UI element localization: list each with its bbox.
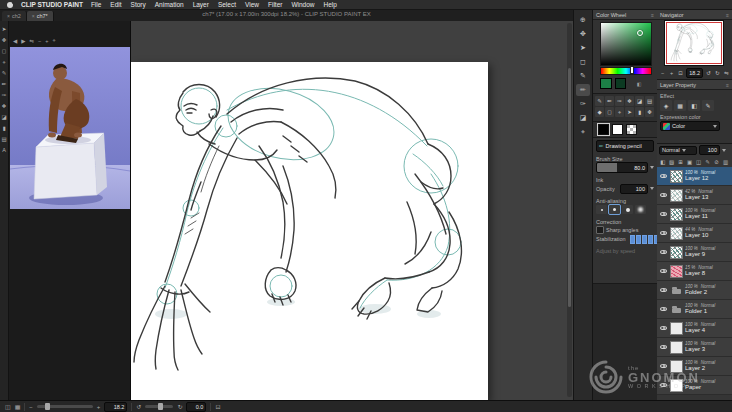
pen-tool-icon[interactable]: ✎ (0, 68, 8, 78)
layer-row[interactable]: 15 % Normal Layer 8 (657, 262, 732, 281)
rotate-left-icon[interactable]: ↺ (705, 70, 712, 76)
auto-select-tool-icon[interactable]: ⌖ (0, 57, 8, 67)
visibility-eye-icon[interactable] (659, 307, 668, 311)
lock-layer-icon[interactable]: ⊘ (713, 159, 720, 165)
window-mode-icon[interactable]: ◫ (5, 403, 11, 410)
border-effect-icon[interactable]: ◈ (660, 100, 672, 111)
color-cursor[interactable] (637, 30, 643, 36)
previous-image-icon[interactable]: ◀ (13, 38, 17, 44)
chevron-down-icon[interactable] (650, 187, 654, 190)
expression-color-dropdown[interactable]: Color (660, 121, 720, 131)
zoom-out-icon[interactable]: − (659, 70, 666, 76)
zoom-slider[interactable] (37, 405, 93, 408)
text-tool-icon[interactable]: A (0, 145, 8, 155)
layer-row[interactable]: 44 % Normal Layer 10 (657, 224, 732, 243)
menu-item[interactable]: Help (324, 1, 337, 8)
visibility-eye-icon[interactable] (659, 345, 668, 349)
menu-item[interactable]: Layer (193, 1, 209, 8)
sub-color-swatch[interactable] (612, 124, 623, 135)
stabilization-cell[interactable] (636, 235, 641, 244)
canvas-vertical-scrollbar[interactable] (567, 23, 572, 397)
brush-tool-icon[interactable]: ✑ (576, 98, 590, 110)
canvas-viewport[interactable] (131, 21, 573, 400)
combine-mode-icon[interactable]: ◧ (659, 159, 666, 165)
panel-menu-icon[interactable]: ≡ (726, 82, 729, 88)
new-folder-icon[interactable]: ▣ (686, 159, 693, 165)
brush-size-slider[interactable]: 80.0 (596, 162, 648, 173)
eraser-tool-icon[interactable]: ◪ (576, 112, 590, 124)
layer-row[interactable]: 100 % Normal Folder 1 (657, 300, 732, 319)
selection-tool-icon[interactable]: ◻ (0, 46, 8, 56)
color-mode-icon[interactable]: ◧ (637, 81, 642, 87)
blend-mode-dropdown[interactable]: Normal (659, 146, 697, 155)
operation-tool-icon[interactable]: ➤ (576, 42, 590, 54)
edit-layer-icon[interactable]: ✎ (704, 159, 711, 165)
layer-opacity-field[interactable]: 100 (699, 145, 720, 155)
selection-subtool-icon[interactable]: ◻ (605, 107, 614, 117)
menu-item[interactable]: Animation (155, 1, 184, 8)
stabilization-cell[interactable] (648, 235, 653, 244)
layer-thumbnail[interactable] (670, 322, 683, 335)
layer-thumbnail[interactable] (670, 265, 683, 278)
layer-row[interactable]: 100 % Normal Layer 9 (657, 243, 732, 262)
zoom-tool-icon[interactable]: ⊕ (576, 14, 590, 26)
decoration-subtool-icon[interactable]: ◆ (595, 107, 604, 117)
saturation-value-box[interactable] (600, 22, 652, 66)
visibility-eye-icon[interactable] (659, 326, 668, 330)
layer-thumbnail[interactable] (670, 208, 683, 221)
stabilization-cell[interactable] (630, 235, 635, 244)
sub-tool-name-field[interactable]: ✏ Drawing pencil (596, 140, 654, 152)
current-color-swatch[interactable] (600, 78, 612, 89)
panel-menu-icon[interactable]: ≡ (651, 12, 654, 18)
layer-row[interactable]: 100 % Normal Layer 4 (657, 319, 732, 338)
layer-thumbnail[interactable] (670, 227, 683, 240)
rotation-slider-knob[interactable] (158, 403, 163, 410)
layer-thumbnail[interactable] (670, 246, 683, 259)
layer-row[interactable]: 42 % Normal Layer 13 (657, 186, 732, 205)
eyedropper-subtool-icon[interactable]: ⌖ (615, 107, 624, 117)
flip-horizontal-icon[interactable]: ⇋ (29, 38, 34, 44)
pencil-tool-icon[interactable]: ✏ (0, 79, 8, 89)
grid-icon[interactable]: ▦ (15, 403, 21, 410)
layer-thumbnail[interactable] (670, 379, 683, 392)
eyedropper-tool-icon[interactable]: ⌖ (576, 126, 590, 138)
delete-layer-icon[interactable]: ▥ (722, 159, 729, 165)
ink-section-label[interactable]: Ink (596, 176, 654, 183)
selection-tool-icon[interactable]: ◻ (576, 56, 590, 68)
canvas[interactable] (131, 62, 488, 400)
navigator-thumbnail[interactable] (665, 21, 723, 65)
pencil-tool-icon[interactable]: ✏ (576, 84, 590, 96)
zoom-in-icon[interactable]: + (97, 404, 101, 410)
eraser-tool-icon[interactable]: ◪ (0, 112, 8, 122)
menu-item[interactable]: Window (291, 1, 314, 8)
rotate-right-icon[interactable]: ↻ (177, 403, 182, 410)
gradient-subtool-icon[interactable]: ▤ (645, 96, 654, 106)
operation-tool-icon[interactable]: ➤ (0, 24, 8, 34)
hue-bar[interactable] (600, 67, 652, 75)
previous-color-swatch[interactable] (615, 78, 626, 89)
next-image-icon[interactable]: ▶ (21, 38, 25, 44)
close-tab-icon[interactable]: × (7, 13, 10, 19)
transparent-color-swatch[interactable] (626, 124, 637, 135)
anti-aliasing-strong[interactable] (635, 205, 646, 214)
pen-subtool-icon[interactable]: ✎ (595, 96, 604, 106)
zoom-out-icon[interactable]: − (29, 404, 33, 410)
visibility-eye-icon[interactable] (659, 193, 668, 197)
close-tab-icon[interactable]: × (32, 13, 35, 19)
rotation-slider[interactable] (145, 405, 173, 408)
brush-subtool-icon[interactable]: ✑ (615, 96, 624, 106)
flip-horizontal-icon[interactable]: ⇋ (723, 70, 730, 76)
layer-row[interactable]: 100 % Normal Layer 2 (657, 357, 732, 376)
visibility-eye-icon[interactable] (659, 269, 668, 273)
rotate-right-icon[interactable]: ↻ (714, 70, 721, 76)
navigator-zoom-field[interactable]: 18.2 (686, 68, 703, 78)
layer-row[interactable]: 100 % Normal Paper (657, 376, 732, 395)
new-raster-layer-icon[interactable]: ⊞ (677, 159, 684, 165)
fill-tool-icon[interactable]: ▮ (0, 123, 8, 133)
correction-section-label[interactable]: Correction (596, 218, 654, 225)
layer-row[interactable]: 100 % Normal Layer 11 (657, 205, 732, 224)
fit-to-window-icon[interactable]: ⊡ (677, 70, 684, 76)
clip-to-layer-below-icon[interactable]: ▧ (668, 159, 675, 165)
tone-effect-icon[interactable]: ▦ (674, 100, 686, 111)
menu-item[interactable]: View (245, 1, 259, 8)
